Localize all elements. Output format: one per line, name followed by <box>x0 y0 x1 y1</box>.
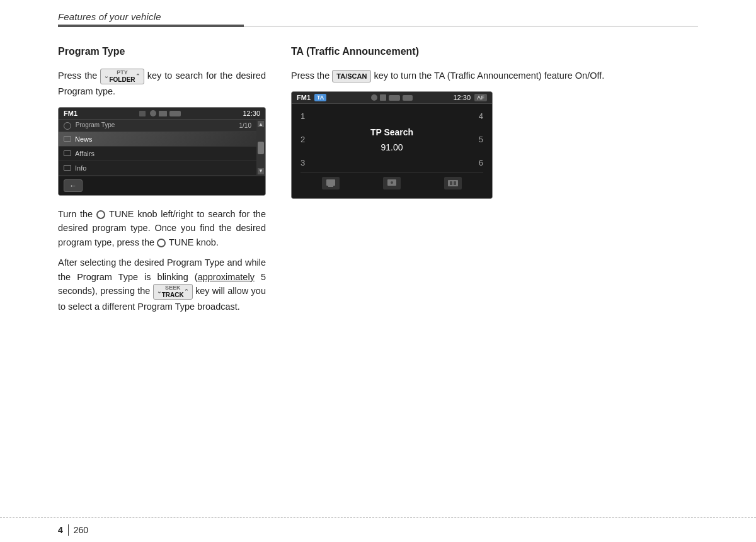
para2-pre: Turn the <box>58 209 96 219</box>
item-icon-affairs <box>64 150 71 156</box>
seek-key-button: ⌄ SEEK TRACK ⌃ <box>153 284 193 300</box>
header-rule-thin <box>244 26 698 26</box>
screen-list-container: Program Type 1/10 News Affairs <box>59 120 256 175</box>
scroll-arrow-down[interactable]: ▼ <box>258 168 264 174</box>
topbar-icons-2 <box>371 94 413 101</box>
scroll-thumb <box>258 142 264 154</box>
fm-label-1: FM1 <box>64 110 77 117</box>
svg-rect-7 <box>450 181 452 185</box>
ta-intro: Press the TA/SCAN key to turn the TA (Tr… <box>291 69 698 82</box>
item-label-info: Info <box>75 164 86 172</box>
seek-key-main: SEEK TRACK <box>162 285 184 298</box>
ta-numbers-left: 1 2 3 <box>301 111 314 167</box>
conn-icon-2 <box>389 95 400 101</box>
tune-label-2: TUNE <box>169 237 193 247</box>
ta-icon-1-svg <box>326 179 336 188</box>
ta-center-content: TP Search 91.00 <box>314 111 470 167</box>
tune-knob-icon-2 <box>157 239 166 247</box>
main-content: Program Type Press the ⌄ PTY FOLDER ⌃ ke… <box>0 27 756 320</box>
screen-list: News Affairs Info <box>59 132 256 176</box>
time-label-1: 12:30 <box>243 110 260 117</box>
ta-numbers-right: 4 5 6 <box>470 111 483 167</box>
paragraph-2: Turn the TUNE knob left/right to search … <box>58 207 266 314</box>
ta-num-6: 6 <box>479 158 483 167</box>
intro-pre-text: Press the <box>58 71 97 81</box>
topbar-left-2: FM1 TA <box>297 94 330 101</box>
back-button[interactable]: ← <box>64 179 83 192</box>
ta-badge: TA <box>314 94 326 101</box>
prog-disc-icon <box>64 122 71 130</box>
page-footer: 4 260 <box>0 517 756 542</box>
para2-text: Turn the TUNE knob left/right to search … <box>58 207 266 249</box>
scroll-arrow-up[interactable]: ▲ <box>258 121 264 127</box>
screen-bottombar-1: ← <box>59 176 265 195</box>
list-item-affairs: Affairs <box>59 147 256 161</box>
ta-frequency: 91.00 <box>381 142 403 152</box>
screen-mockup-2: FM1 TA 12:30 AF 1 <box>291 91 493 199</box>
ta-icon-3 <box>444 177 462 189</box>
screen-topbar-1: FM1 ​ 12:30 <box>59 108 265 120</box>
bat-icon-2 <box>403 95 413 101</box>
status-icon-2 <box>159 111 167 116</box>
ta-intro-paragraph: Press the TA/SCAN key to turn the TA (Tr… <box>291 69 698 82</box>
time-label-2: 12:30 <box>453 94 471 101</box>
footer-chapter: 4 <box>58 525 63 535</box>
svg-rect-6 <box>448 180 458 186</box>
key-arrow-right: ⌃ <box>135 73 140 81</box>
ta-bottom-icons <box>301 172 483 191</box>
header-title: Features of your vehicle <box>58 11 698 22</box>
program-type-header-label: Program Type <box>64 121 115 129</box>
footer-separator <box>68 524 69 536</box>
seek-key-arrow-right: ⌃ <box>184 288 189 296</box>
list-item-news: News <box>59 132 256 147</box>
ta-icon-2 <box>383 177 401 189</box>
ta-intro-pre: Press the <box>291 71 332 81</box>
key-main-pty: PTY FOLDER <box>109 70 135 83</box>
list-item-info: Info <box>59 161 256 176</box>
topbar-right-2: 12:30 AF <box>453 94 487 101</box>
seek-key-top: SEEK <box>165 285 181 291</box>
ta-num-1: 1 <box>301 111 305 121</box>
item-icon-news <box>64 136 71 142</box>
bluetooth-icon: ​ <box>139 110 147 117</box>
screen-mockup-1: FM1 ​ 12:30 Progra <box>58 107 266 195</box>
page-header: Features of your vehicle <box>0 0 756 27</box>
seek-key-bottom: TRACK <box>162 291 184 298</box>
para2-post2: knob. <box>196 237 218 247</box>
ta-icon-2-svg <box>387 179 397 188</box>
ta-scan-key: TA/SCAN <box>332 70 371 82</box>
status-icon-1 <box>150 110 156 116</box>
svg-rect-2 <box>326 179 335 186</box>
pty-key-bottom: FOLDER <box>109 76 135 83</box>
tp-search-label: TP Search <box>370 127 413 137</box>
tune-knob-icon <box>96 210 106 219</box>
svg-rect-1 <box>139 111 146 116</box>
ta-num-2: 2 <box>301 135 305 144</box>
ta-icon-3-svg <box>448 179 458 188</box>
ta-intro-post: key to turn the TA (Traffic Announcement… <box>374 71 604 81</box>
right-column: TA (Traffic Announcement) Press the TA/S… <box>291 46 698 320</box>
ta-num-3: 3 <box>301 158 305 167</box>
ta-num-4: 4 <box>479 111 483 121</box>
item-label-affairs: Affairs <box>75 150 94 157</box>
scroll-track-1[interactable]: ▲ ▼ <box>256 120 265 175</box>
svg-rect-8 <box>454 181 456 185</box>
tune-knob-circle <box>96 210 105 219</box>
prog-label: Program Type <box>76 121 115 128</box>
af-badge: AF <box>474 94 487 101</box>
screen-body-1: Program Type 1/10 News Affairs <box>59 120 265 175</box>
item-icon-info <box>64 165 71 171</box>
program-type-intro: Press the ⌄ PTY FOLDER ⌃ key to search f… <box>58 69 266 98</box>
signal-icon-2 <box>380 94 386 101</box>
intro-paragraph: Press the ⌄ PTY FOLDER ⌃ key to search f… <box>58 69 266 98</box>
ta-icon-1 <box>322 177 340 189</box>
ta-title: TA (Traffic Announcement) <box>291 46 698 57</box>
header-rule-thick <box>58 25 244 27</box>
footer-page: 260 <box>74 525 88 535</box>
pty-key-button: ⌄ PTY FOLDER ⌃ <box>100 69 144 84</box>
pty-key-top: PTY <box>117 70 128 76</box>
approximately-text: approximately <box>198 272 255 282</box>
ta-scan-label: TA/SCAN <box>336 72 367 81</box>
key-arrow-left: ⌄ <box>104 73 109 81</box>
ta-main-content: 1 2 3 TP Search 91.00 4 5 6 <box>301 111 483 167</box>
